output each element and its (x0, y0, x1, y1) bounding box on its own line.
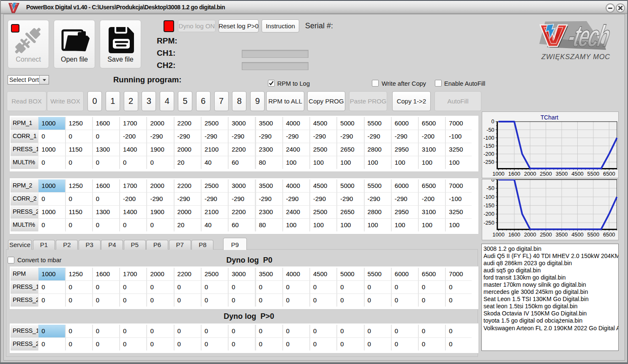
svg-text:0: 0 (491, 118, 494, 125)
svg-text:5500: 5500 (587, 171, 600, 177)
svg-text:1600: 1600 (508, 231, 521, 238)
svg-text:-100: -100 (483, 135, 494, 141)
svg-text:1600: 1600 (508, 171, 521, 177)
svg-text:4500: 4500 (571, 231, 584, 238)
svg-text:-50: -50 (486, 127, 494, 133)
svg-text:-250: -250 (483, 159, 494, 165)
svg-text:5500: 5500 (587, 231, 600, 238)
svg-text:-100: -100 (483, 194, 494, 200)
svg-text:TChart: TChart (541, 114, 558, 121)
svg-text:-tech: -tech (565, 19, 613, 53)
svg-text:2000: 2000 (524, 231, 536, 238)
svg-text:-250: -250 (483, 220, 494, 226)
svg-text:-200: -200 (483, 151, 494, 157)
svg-text:3500: 3500 (556, 231, 568, 238)
svg-text:6500: 6500 (603, 171, 615, 177)
svg-text:0: 0 (491, 179, 494, 183)
svg-text:2500: 2500 (540, 231, 552, 238)
svg-text:2000: 2000 (524, 171, 536, 177)
svg-text:-50: -50 (486, 185, 494, 191)
svg-text:4500: 4500 (571, 171, 584, 177)
svg-text:ZWIĘKSZAMY MOC: ZWIĘKSZAMY MOC (541, 53, 610, 60)
svg-text:6500: 6500 (603, 231, 615, 238)
svg-text:-150: -150 (483, 143, 494, 149)
svg-text:3500: 3500 (556, 171, 568, 177)
svg-text:-200: -200 (483, 211, 494, 217)
svg-text:1000: 1000 (492, 171, 505, 177)
svg-text:1000: 1000 (492, 231, 505, 238)
svg-text:2500: 2500 (540, 171, 552, 177)
svg-text:-150: -150 (483, 202, 494, 209)
